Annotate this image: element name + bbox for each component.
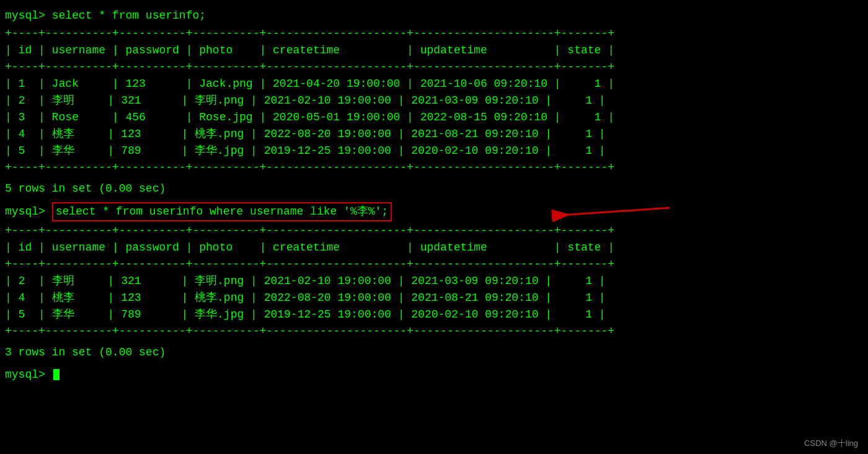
table1-row-2: | 2 | 李明 | 321 | 李明.png | 2021-02-10 19:… [0,92,868,109]
prompt1: mysql> [5,7,52,24]
prompt2: mysql> [5,203,52,220]
watermark: CSDN @十ling [804,438,858,449]
query2-line: mysql> select * from userinfo where user… [0,201,868,223]
status2: 3 rows in set (0.00 sec) [0,340,868,365]
final-prompt-line: mysql> [0,365,868,385]
svg-line-1 [552,208,670,216]
table2-divider-mid: +----+----------+----------+----------+-… [0,256,868,273]
table1-row-3: | 3 | Rose | 456 | Rose.jpg | 2020-05-01… [0,109,868,126]
table2-row-1: | 2 | 李明 | 321 | 李明.png | 2021-02-10 19:… [0,273,868,290]
highlighted-command: select * from userinfo where username li… [52,202,392,221]
table2-divider-top: +----+----------+----------+----------+-… [0,223,868,239]
status1: 5 rows in set (0.00 sec) [0,176,868,201]
table2-row-3: | 5 | 李华 | 789 | 李华.jpg | 2019-12-25 19:… [0,306,868,323]
arrow-icon [539,198,676,229]
table1-header: | id | username | password | photo | cre… [0,42,868,59]
cursor [53,369,60,380]
table1-divider-mid: +----+----------+----------+----------+-… [0,59,868,76]
table1-row-4: | 4 | 桃李 | 123 | 桃李.png | 2022-08-20 19:… [0,126,868,143]
table1-row-1: | 1 | Jack | 123 | Jack.png | 2021-04-20… [0,76,868,92]
table2-header: | id | username | password | photo | cre… [0,239,868,256]
table1-row-5: | 5 | 李华 | 789 | 李华.jpg | 2019-12-25 19:… [0,143,868,159]
terminal: mysql> select * from userinfo; +----+---… [0,0,868,454]
table1-divider-bot: +----+----------+----------+----------+-… [0,159,868,176]
query1-line: mysql> select * from userinfo; [0,6,868,25]
table1-divider-top: +----+----------+----------+----------+-… [0,25,868,42]
table2-row-2: | 4 | 桃李 | 123 | 桃李.png | 2022-08-20 19:… [0,290,868,306]
command1: select * from userinfo; [52,7,206,24]
table2-divider-bot: +----+----------+----------+----------+-… [0,323,868,340]
final-prompt: mysql> [5,367,52,383]
